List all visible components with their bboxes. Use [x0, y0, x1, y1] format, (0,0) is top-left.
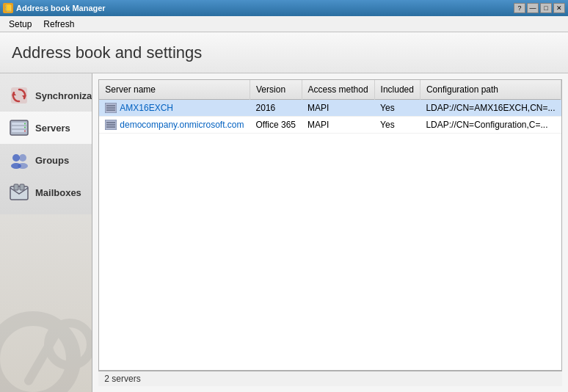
- groups-icon: [9, 150, 29, 170]
- server-row-icon: [105, 120, 117, 130]
- cell-included: Yes: [374, 117, 420, 134]
- cell-version: 2016: [250, 100, 302, 117]
- server-name-cell: AMX16EXCH: [105, 103, 244, 113]
- content-area: Server name Version Access method Includ…: [92, 73, 568, 392]
- sidebar-item-synchronization-label: Synchronization: [35, 90, 92, 101]
- table-row[interactable]: democompany.onmicrosoft.com Office 365 M…: [99, 117, 561, 134]
- sidebar-item-mailboxes-label: Mailboxes: [35, 187, 81, 198]
- mailboxes-icon: [9, 182, 29, 203]
- server-name-link[interactable]: democompany.onmicrosoft.com: [120, 120, 244, 130]
- gear-large-deco: [0, 311, 81, 392]
- close-button[interactable]: ✕: [553, 3, 565, 13]
- sidebar: Synchronization Servers: [0, 73, 92, 392]
- cell-version: Office 365: [250, 117, 302, 134]
- table-body: AMX16EXCH 2016 MAPI Yes LDAP://CN=AMX16E…: [99, 100, 561, 134]
- minimize-button[interactable]: —: [527, 3, 539, 13]
- server-name-link[interactable]: AMX16EXCH: [120, 103, 173, 113]
- cell-access-method: MAPI: [302, 100, 374, 117]
- col-server-name: Server name: [99, 80, 250, 100]
- app-icon: 📒: [3, 3, 13, 13]
- svg-point-9: [24, 131, 26, 132]
- table-row[interactable]: AMX16EXCH 2016 MAPI Yes LDAP://CN=AMX16E…: [99, 100, 561, 117]
- svg-rect-14: [10, 186, 28, 200]
- col-configuration-path: Configuration path: [420, 80, 561, 100]
- main-layout: Synchronization Servers: [0, 73, 568, 392]
- window-controls: ? — □ ✕: [514, 3, 565, 13]
- status-bar: 2 servers: [98, 371, 562, 386]
- cell-access-method: MAPI: [302, 117, 374, 134]
- page-title: Address book and settings: [12, 43, 202, 62]
- svg-rect-16: [20, 184, 24, 190]
- cell-server-name: democompany.onmicrosoft.com: [99, 117, 250, 134]
- svg-point-7: [24, 123, 26, 125]
- svg-rect-15: [14, 184, 18, 190]
- cell-config-path: LDAP://CN=Configuration,C=...: [420, 117, 561, 134]
- sidebar-item-groups-label: Groups: [35, 155, 69, 166]
- window-title: Address book Manager: [16, 4, 106, 12]
- page-header: Address book and settings: [0, 32, 568, 73]
- sync-icon: [9, 85, 29, 106]
- server-name-cell: democompany.onmicrosoft.com: [105, 120, 244, 130]
- svg-point-10: [12, 154, 20, 161]
- col-included: Included: [374, 80, 420, 100]
- servers-table: Server name Version Access method Includ…: [99, 80, 561, 134]
- col-version: Version: [250, 80, 302, 100]
- menu-setup[interactable]: Setup: [3, 18, 37, 31]
- cell-config-path: LDAP://CN=AMX16EXCH,CN=...: [420, 100, 561, 117]
- sidebar-item-mailboxes[interactable]: Mailboxes: [0, 176, 92, 208]
- table-header-row: Server name Version Access method Includ…: [99, 80, 561, 100]
- sidebar-item-groups[interactable]: Groups: [0, 144, 92, 176]
- wrench-deco: [23, 325, 63, 387]
- server-row-icon: [105, 103, 117, 113]
- menu-refresh[interactable]: Refresh: [37, 18, 80, 31]
- svg-point-8: [24, 127, 26, 128]
- title-bar: 📒 Address book Manager ? — □ ✕: [0, 0, 568, 16]
- cell-server-name: AMX16EXCH: [99, 100, 250, 117]
- sidebar-item-servers-label: Servers: [35, 123, 70, 134]
- title-bar-left: 📒 Address book Manager: [3, 3, 106, 13]
- cell-included: Yes: [374, 100, 420, 117]
- col-access-method: Access method: [302, 80, 374, 100]
- sidebar-item-servers[interactable]: Servers: [0, 112, 92, 144]
- menu-bar: Setup Refresh: [0, 16, 568, 32]
- servers-table-container: Server name Version Access method Includ…: [98, 79, 562, 371]
- maximize-button[interactable]: □: [540, 3, 552, 13]
- svg-point-11: [19, 154, 26, 161]
- status-text: 2 servers: [104, 374, 140, 384]
- sidebar-nav: Synchronization Servers: [0, 73, 92, 214]
- sidebar-item-synchronization[interactable]: Synchronization: [0, 79, 92, 112]
- gear-small-deco: [44, 319, 92, 370]
- corner-decoration: [0, 275, 92, 392]
- svg-point-13: [18, 163, 28, 169]
- help-button[interactable]: ?: [514, 3, 525, 13]
- server-icon: [9, 117, 29, 138]
